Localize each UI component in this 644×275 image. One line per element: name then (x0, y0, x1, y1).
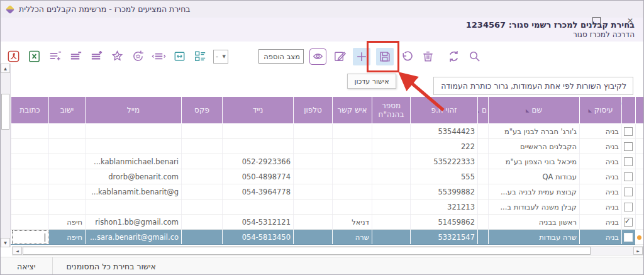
cell-contact[interactable] (333, 169, 372, 184)
cell-mobile[interactable] (223, 139, 294, 154)
cell-fax[interactable] (182, 124, 223, 139)
vertical-scroll-thumb[interactable] (1, 94, 9, 130)
cell-address[interactable] (11, 124, 49, 139)
cell-name[interactable]: הקבלנים הראשיים (489, 139, 580, 154)
cell-fax[interactable] (182, 230, 223, 245)
cell-account[interactable] (372, 199, 411, 215)
cell-narrow[interactable] (478, 215, 489, 230)
export-excel-button[interactable] (26, 49, 42, 64)
save-record-button[interactable] (376, 48, 394, 65)
cell-fax[interactable] (182, 184, 223, 199)
cell-contact[interactable]: דניאל (333, 215, 372, 230)
cell-address[interactable] (11, 215, 49, 230)
cell-phone[interactable] (294, 199, 333, 215)
search-button[interactable] (467, 49, 482, 64)
cell-company_id[interactable]: 535222333 (411, 154, 478, 169)
cell-fax[interactable] (182, 169, 223, 184)
cell-occupation[interactable]: בניה (580, 169, 622, 184)
horizontal-scroll-thumb[interactable] (23, 247, 591, 255)
cell-company_id[interactable]: 51459862 (411, 215, 478, 230)
export-pdf-button[interactable] (6, 49, 21, 64)
cell-occupation[interactable]: בניה (580, 124, 622, 139)
cell-checkbox[interactable] (622, 199, 636, 215)
delete-button[interactable] (420, 49, 435, 64)
row-checkbox[interactable] (624, 127, 633, 136)
preview-button[interactable] (309, 48, 326, 65)
cell-address[interactable] (11, 169, 49, 184)
col-header-narrow[interactable]: ם◣ (478, 97, 489, 124)
cell-address[interactable] (11, 199, 49, 215)
cell-narrow[interactable] (478, 124, 489, 139)
cell-narrow[interactable] (478, 169, 489, 184)
cell-phone[interactable] (294, 124, 333, 139)
cell-checkbox[interactable] (622, 169, 636, 184)
cell-account[interactable] (372, 169, 411, 184)
vertical-scrollbar[interactable]: ▲ ▼ (1, 64, 11, 247)
cell-checkbox[interactable] (622, 139, 636, 154)
cell-fax[interactable] (182, 154, 223, 169)
cell-address[interactable] (11, 230, 49, 245)
cell-email[interactable]: ...sara.benarit@gmail.co (86, 230, 182, 245)
col-header-email[interactable]: מייל (86, 97, 182, 124)
cell-fax[interactable] (182, 215, 223, 230)
cell-account[interactable] (372, 154, 411, 169)
cell-phone[interactable] (294, 230, 333, 245)
cell-occupation[interactable]: בניה (580, 139, 622, 154)
cell-email[interactable]: drorb@benarit.com (86, 169, 182, 184)
insert-rows-button[interactable] (47, 49, 62, 64)
cell-company_id[interactable]: 55399882 (411, 184, 478, 199)
cell-company_id[interactable]: 222 (411, 139, 478, 154)
cell-account[interactable] (372, 124, 411, 139)
cell-contact[interactable] (333, 139, 372, 154)
horizontal-scrollbar[interactable]: ◄ ► (12, 246, 643, 255)
cell-account[interactable] (372, 215, 411, 230)
cell-city[interactable]: חיפה (49, 215, 86, 230)
cell-city[interactable] (49, 139, 86, 154)
scroll-up-icon[interactable]: ▲ (1, 64, 10, 73)
row-checkbox[interactable] (624, 142, 633, 151)
table-row[interactable]: בניהמיכאל בוני הצפון בע"מ535222333052-29… (11, 154, 644, 169)
cell-narrow[interactable] (478, 184, 489, 199)
add-record-button[interactable] (353, 48, 370, 65)
cell-account[interactable] (372, 139, 411, 154)
cell-address[interactable] (11, 154, 49, 169)
close-icon[interactable]: ✕ (627, 17, 633, 25)
undo-favorite-button[interactable] (130, 49, 145, 64)
cell-email[interactable]: ...kablanmichael.benari (86, 154, 182, 169)
cell-company_id[interactable]: 555 (411, 169, 478, 184)
cell-account[interactable] (372, 184, 411, 199)
cell-city[interactable] (49, 154, 86, 169)
cell-email[interactable] (86, 139, 182, 154)
cell-phone[interactable] (294, 169, 333, 184)
cell-narrow[interactable] (478, 199, 489, 215)
edit-record-button[interactable] (332, 49, 347, 64)
table-row[interactable]: בניהעבודות QA555050-4898774drorb@benarit… (11, 169, 644, 184)
cell-narrow[interactable] (478, 230, 489, 245)
cell-company_id[interactable]: 53544423 (411, 124, 478, 139)
row-checkbox[interactable] (624, 233, 633, 242)
cell-narrow[interactable] (478, 139, 489, 154)
row-checkbox[interactable] (624, 218, 633, 227)
cell-mobile[interactable]: 054-5813450 (223, 230, 294, 245)
scroll-left-icon[interactable]: ◄ (13, 247, 22, 255)
table-row[interactable]: בניהקבלן משנה לעבודות ב...321213 (11, 199, 644, 215)
cell-mobile[interactable]: 050-4898774 (223, 169, 294, 184)
cell-fax[interactable] (182, 199, 223, 215)
col-header-company_id[interactable]: זהוי ח.פ (411, 97, 478, 124)
col-header-fax[interactable]: פקס (182, 97, 223, 124)
fit-view-button[interactable] (172, 49, 187, 64)
table-row[interactable]: בניהקבוצת עמית לבניה בע...55399882054-39… (11, 184, 644, 199)
row-checkbox[interactable] (624, 203, 633, 211)
cell-checkbox[interactable] (622, 215, 636, 230)
cell-occupation[interactable]: בניה (580, 184, 622, 199)
cell-city[interactable]: חיפה (49, 230, 86, 245)
cell-phone[interactable] (294, 215, 333, 230)
cell-email[interactable] (86, 199, 182, 215)
cell-contact[interactable] (333, 154, 372, 169)
table-row[interactable]: בניהג'ורג' חברה לבנין בע"מ53544423 (11, 124, 644, 139)
col-header-name[interactable]: שם◣ (489, 97, 580, 124)
update-confirm-tooltip[interactable]: אישור עדכון (347, 74, 396, 89)
table-row[interactable]: בניהשרה עבודות53321547שרה054-5813450...s… (11, 230, 644, 245)
cell-mobile[interactable]: 052-2923366 (223, 154, 294, 169)
col-header-address[interactable]: כתובת (11, 97, 49, 124)
